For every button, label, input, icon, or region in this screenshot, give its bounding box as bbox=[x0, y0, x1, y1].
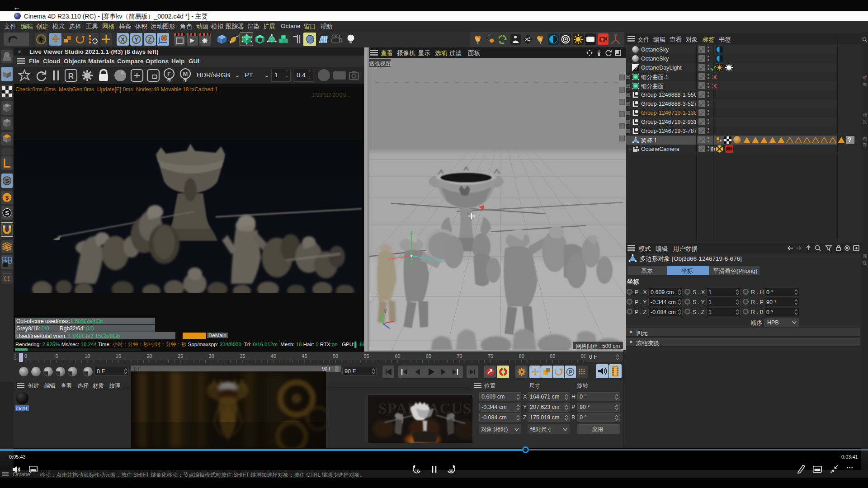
svg-text:Y: Y bbox=[134, 36, 138, 43]
svg-text:S: S bbox=[5, 178, 9, 184]
svg-text:F: F bbox=[167, 70, 171, 77]
svg-text:30: 30 bbox=[448, 469, 453, 473]
svg-text:Z: Z bbox=[148, 36, 152, 43]
svg-text:$: $ bbox=[5, 194, 9, 201]
svg-text:S: S bbox=[5, 210, 9, 216]
svg-text:R: R bbox=[68, 72, 74, 80]
svg-text:Y: Y bbox=[384, 309, 387, 314]
svg-text:10: 10 bbox=[415, 469, 419, 473]
svg-text:M: M bbox=[183, 70, 188, 77]
svg-text:P: P bbox=[568, 369, 572, 375]
svg-text:( ): ( ) bbox=[4, 275, 9, 282]
svg-text:X: X bbox=[121, 36, 125, 43]
